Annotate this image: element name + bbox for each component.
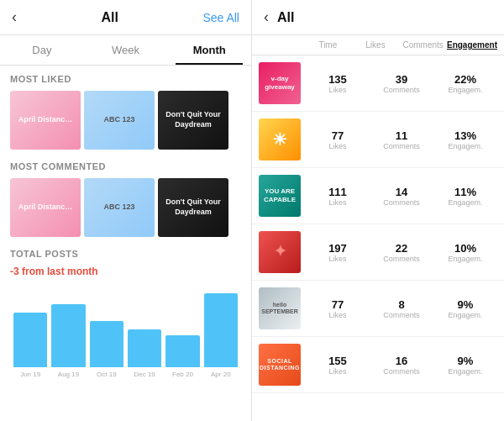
stat-likes-2-label: Likes xyxy=(306,198,370,207)
bar-jun19-label: Jun 19 xyxy=(20,371,40,378)
col-header-likes[interactable]: Likes xyxy=(352,40,400,50)
bar-aug19: Aug 19 xyxy=(51,304,85,378)
col-header-time[interactable]: Time xyxy=(304,40,352,50)
stat-comments-3-label: Comments xyxy=(370,255,433,263)
commented-thumb-3-text: Don't Quit Your Daydream xyxy=(158,178,228,237)
stat-engagement-1: 13% Engagem. xyxy=(433,129,497,150)
commented-thumb-2: ABC 123 xyxy=(84,178,155,237)
post-thumb-4-text: hello SEPTEMBER xyxy=(259,299,301,318)
left-title: All xyxy=(101,10,118,25)
stat-likes-2-value: 111 xyxy=(306,186,370,198)
bar-oct19-label: Oct 19 xyxy=(97,371,117,378)
left-content: MOST LIKED April Distanc… ABC 123 Don't … xyxy=(0,66,251,421)
stat-likes-3-label: Likes xyxy=(306,255,370,263)
right-header: ‹ All xyxy=(252,0,504,35)
stat-comments-1: 11 Comments xyxy=(370,129,433,150)
bar-jun19-bar xyxy=(13,313,47,367)
tab-month[interactable]: Month xyxy=(167,35,251,65)
col-header-engagement[interactable]: Engagement xyxy=(447,40,497,50)
post-row-2: YOU ARE CAPABLE 111 Likes 14 Comments 11… xyxy=(252,168,504,224)
most-commented-label: MOST COMMENTED xyxy=(10,161,241,171)
stat-engagement-1-value: 13% xyxy=(433,129,497,142)
stat-likes-1-label: Likes xyxy=(306,142,370,150)
commented-thumb-2-text: ABC 123 xyxy=(84,178,155,237)
stat-engagement-3-value: 10% xyxy=(433,242,497,255)
stat-likes-4: 77 Likes xyxy=(306,298,370,319)
liked-thumb-1-text: April Distanc… xyxy=(10,91,81,150)
stat-comments-2-label: Comments xyxy=(370,198,433,207)
stat-comments-4: 8 Comments xyxy=(370,298,433,319)
chart-area: Jun 19 Aug 19 Oct 19 Dec 19 xyxy=(10,286,241,395)
delta-value: -3 xyxy=(10,266,19,277)
left-header: ‹ All See All xyxy=(0,0,251,35)
stat-comments-3-value: 22 xyxy=(370,242,433,255)
stat-comments-4-value: 8 xyxy=(370,298,433,311)
liked-thumb-2: ABC 123 xyxy=(84,91,155,150)
liked-thumb-3: Don't Quit Your Daydream xyxy=(158,91,228,150)
stat-engagement-2-label: Engagem. xyxy=(433,198,497,207)
stat-comments-0: 39 Comments xyxy=(370,73,433,94)
post-thumb-1-text: ☀ xyxy=(270,127,290,152)
bar-feb20-bar xyxy=(165,335,199,367)
bar-dec19-bar xyxy=(128,329,161,367)
liked-thumb-3-text: Don't Quit Your Daydream xyxy=(158,91,228,150)
bar-aug19-bar xyxy=(51,304,85,367)
bar-dec19-label: Dec 19 xyxy=(134,371,155,378)
stat-engagement-3-label: Engagem. xyxy=(433,255,497,263)
most-commented-thumbnails: April Distanc… ABC 123 Don't Quit Your D… xyxy=(10,178,241,237)
total-posts-label: TOTAL POSTS xyxy=(10,249,241,259)
stat-likes-1: 77 Likes xyxy=(306,129,370,150)
stat-likes-5: 155 Likes xyxy=(306,355,370,376)
liked-thumb-1: April Distanc… xyxy=(10,91,81,150)
post-thumb-3: ✦ xyxy=(259,231,301,273)
stat-engagement-2: 11% Engagem. xyxy=(433,186,497,207)
stat-engagement-4: 9% Engagem. xyxy=(433,298,497,319)
stat-comments-1-value: 11 xyxy=(370,129,433,142)
bar-oct19: Oct 19 xyxy=(90,321,123,378)
commented-thumb-3: Don't Quit Your Daydream xyxy=(158,178,228,237)
back-icon-right[interactable]: ‹ xyxy=(264,8,269,26)
stat-comments-2-value: 14 xyxy=(370,186,433,198)
delta-suffix: from last month xyxy=(19,266,98,277)
post-row-3: ✦ 197 Likes 22 Comments 10% Engagem. xyxy=(252,224,504,281)
stat-engagement-1-label: Engagem. xyxy=(433,142,497,150)
posts-list: v-day giveaway 135 Likes 39 Comments 22%… xyxy=(252,55,504,421)
commented-thumb-1: April Distanc… xyxy=(10,178,81,237)
stat-comments-5-label: Comments xyxy=(370,367,433,376)
stat-comments-4-label: Comments xyxy=(370,311,433,319)
stat-comments-5: 16 Comments xyxy=(370,355,433,376)
post-thumb-3-text: ✦ xyxy=(271,240,289,264)
bar-feb20: Feb 20 xyxy=(165,335,199,378)
bar-apr20-label: Apr 20 xyxy=(211,371,231,378)
commented-thumb-1-text: April Distanc… xyxy=(10,178,81,237)
stat-engagement-3: 10% Engagem. xyxy=(433,242,497,263)
back-icon-left[interactable]: ‹ xyxy=(12,8,17,26)
stat-comments-1-label: Comments xyxy=(370,142,433,150)
left-panel: ‹ All See All Day Week Month MOST LIKED … xyxy=(0,0,252,421)
post-row-5: SOCIAL DISTANCING 155 Likes 16 Comments … xyxy=(252,337,504,393)
bar-aug19-label: Aug 19 xyxy=(58,371,79,378)
stat-likes-5-label: Likes xyxy=(306,367,370,376)
post-thumb-2: YOU ARE CAPABLE xyxy=(259,175,301,217)
stat-likes-4-value: 77 xyxy=(306,298,370,311)
col-header-comments[interactable]: Comments xyxy=(399,40,447,50)
post-row-1: ☀ 77 Likes 11 Comments 13% Engagem. xyxy=(252,112,504,168)
stat-likes-3-value: 197 xyxy=(306,242,370,255)
see-all-link[interactable]: See All xyxy=(202,11,239,24)
right-panel: ‹ All Time Likes Comments Engagement v-d… xyxy=(252,0,504,421)
bar-feb20-label: Feb 20 xyxy=(172,371,193,378)
post-row-4: hello SEPTEMBER 77 Likes 8 Comments 9% E… xyxy=(252,281,504,337)
stat-engagement-4-value: 9% xyxy=(433,298,497,311)
tab-week[interactable]: Week xyxy=(84,35,168,65)
stat-likes-2: 111 Likes xyxy=(306,186,370,207)
stat-likes-0-value: 135 xyxy=(306,73,370,86)
post-thumb-4: hello SEPTEMBER xyxy=(259,287,301,329)
bar-dec19: Dec 19 xyxy=(128,329,161,378)
stat-likes-3: 197 Likes xyxy=(306,242,370,263)
stat-likes-0-label: Likes xyxy=(306,86,370,94)
stat-engagement-2-value: 11% xyxy=(433,186,497,198)
bar-apr20: Apr 20 xyxy=(204,293,238,378)
stat-comments-2: 14 Comments xyxy=(370,186,433,207)
tab-day[interactable]: Day xyxy=(0,35,84,65)
most-liked-thumbnails: April Distanc… ABC 123 Don't Quit Your D… xyxy=(10,91,241,150)
